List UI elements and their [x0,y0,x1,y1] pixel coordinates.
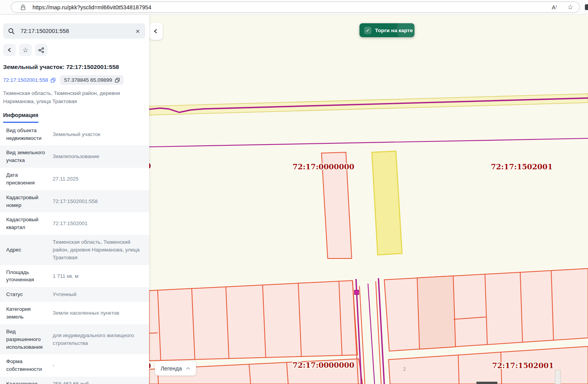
parcel-block[interactable] [149,281,358,361]
row-label: Статус [6,291,47,298]
street-edge [376,281,381,384]
row-label: Вид объекта недвижимости [6,127,47,142]
row-value: 72:17:1502001:558 [53,198,144,205]
search-icon [8,28,15,34]
building-footprint [555,370,560,384]
checkmark-icon: ✓ [364,27,371,34]
quarter-label-partial: 0 [149,162,151,170]
page-title: Земельный участок: 72:17:1502001:558 [3,64,145,71]
row-label: Категория земель [6,305,47,321]
table-row: Кадастровый квартал 72:17:1502001 [0,212,149,235]
quarter-label: 72:17:0000000 [292,162,354,171]
parcel-info-sidebar: × ☆ Земельный участок: 72:1 [0,15,149,384]
row-label: Кадастровый квартал [6,216,47,231]
row-value: 72:17:1502001 [53,220,144,227]
coordinates-chip: 57.378845 65.09899 [60,75,124,85]
legend-button[interactable]: Легенда [155,361,196,375]
search-input[interactable] [20,28,135,34]
sidebar-action-row: ☆ [3,44,145,56]
row-value: Землепользование [53,153,144,160]
url-bar[interactable]: https://map.ru/pkk?ysclid=ml66vit0t53481… [11,2,580,13]
table-row: Категория земель Земли населенных пункто… [0,302,149,324]
table-row: Адрес Тюменская область, Тюменский район… [0,235,149,265]
quarter-label: 72:17:0000000 [292,361,354,369]
row-label: Дата присвоения [6,171,47,187]
tab-information[interactable]: Информация [3,112,38,123]
boundary-node-marker[interactable] [354,290,359,294]
table-row: Вид земельного участка Землепользование [0,145,149,168]
back-button[interactable] [3,44,16,56]
parcel-address: Тюменская область, Тюменский район, дере… [3,89,144,106]
row-value: Земельный участок [53,131,144,138]
highlighted-parcel[interactable] [417,276,456,349]
cadastral-number-link[interactable]: 72:17:1502001:558 [3,77,55,83]
copy-coordinates-icon[interactable] [115,78,120,83]
search-bar[interactable]: × [3,23,145,39]
row-value: для индивидуального жилищного строительс… [53,332,144,347]
row-label: Адрес [6,246,47,254]
url-text: https://map.ru/pkk?ysclid=ml66vit0t53481… [33,4,151,10]
row-value: 258 463,66 руб [53,380,144,384]
row-label: Вид разрешенного использования [6,328,47,351]
row-value: 27.11.2025 [53,175,144,183]
cadastral-number-text: 72:17:1502001:558 [3,77,48,83]
quarter-boundary-line [149,138,588,147]
row-label: Форма собственности [6,358,47,373]
chevron-left-icon [7,48,12,52]
table-row: Кадастровая 258 463,66 руб [0,377,149,384]
coordinates-text: 57.378845 65.09899 [64,77,112,83]
table-row: Кадастровый номер 72:17:1502001:558 [0,190,149,213]
quarter-label: 72:17:1502001 [491,162,552,171]
clear-search-button[interactable]: × [135,28,140,35]
row-value: 1 711 кв. м [53,272,144,280]
table-row: Форма собственности - [0,354,149,377]
map-canvas[interactable]: 72:17:0000000 72:17:1502001 72:17:000000… [149,15,588,384]
row-label: Площадь уточненная [6,269,47,284]
table-row: Дата присвоения 27.11.2025 [0,168,149,190]
copy-icon[interactable] [51,78,55,83]
building-footprint [476,382,497,384]
star-icon: ☆ [22,47,28,53]
cadastral-map[interactable]: 72:17:0000000 72:17:1502001 72:17:000000… [149,15,588,384]
row-label: Кадастровый номер [6,194,47,209]
row-label: Кадастровая [6,380,47,384]
selected-parcel[interactable] [372,151,402,255]
quarter-label-partial: 0 [149,362,151,370]
quarter-label: 72:17:1502001 [492,361,554,370]
collapse-sidebar-button[interactable] [149,22,163,40]
favorite-button[interactable]: ☆ [19,44,32,56]
share-button[interactable] [35,44,48,56]
legend-button-label: Легенда [160,365,182,372]
table-row: Вид разрешенного использования для индив… [0,324,149,355]
table-row: Статус Учтенный [0,287,149,302]
share-icon [38,47,44,53]
auction-toggle-button[interactable]: ✓ Торги на карте [359,23,414,37]
chevron-up-icon [186,367,191,370]
auction-button-label: Торги на карте [375,28,413,33]
row-value: Учтенный [53,291,144,298]
table-row: Площадь уточненная 1 711 кв. м [0,265,149,288]
boundary-line-vertical [368,284,375,384]
browser-profile-icon[interactable] [585,4,588,10]
boundary-line-vertical [378,278,384,384]
row-value: Земли населенных пунктов [53,309,144,317]
row-label: Вид земельного участка [6,149,47,164]
parcel-number-label: 2 [403,367,406,372]
bookmark-star-icon[interactable]: ☆ [567,4,573,10]
parcel-id-row: 72:17:1502001:558 57.378845 65.09899 [3,75,145,85]
lock-icon [21,4,26,10]
browser-chrome: https://map.ru/pkk?ysclid=ml66vit0t53481… [0,0,588,15]
row-value: Тюменская область, Тюменский район, дере… [53,238,144,262]
read-aloud-button[interactable]: A⁾ [552,4,557,10]
page-content: × ☆ Земельный участок: 72:1 [0,15,588,384]
chevron-left-icon [153,29,158,34]
table-row: Вид объекта недвижимости Земельный участ… [0,123,149,146]
info-table: Вид объекта недвижимости Земельный участ… [0,123,149,384]
row-value: - [53,362,144,369]
